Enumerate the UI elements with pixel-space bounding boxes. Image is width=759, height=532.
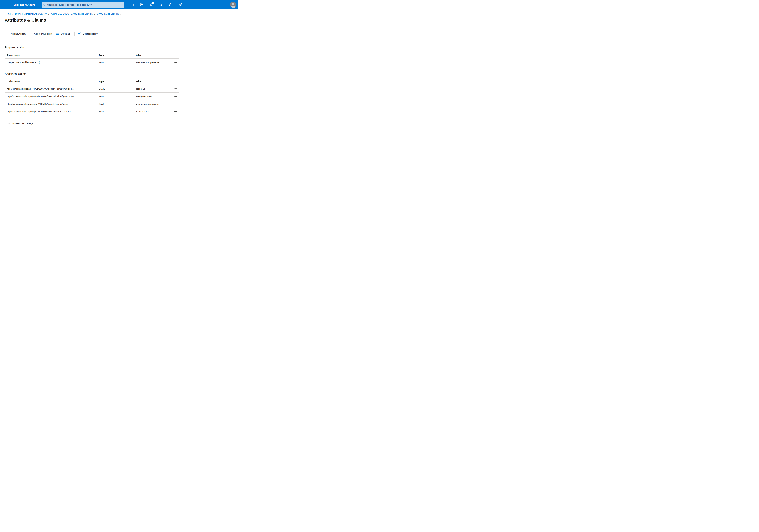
hamburger-menu-button[interactable] xyxy=(2,0,7,9)
help-button[interactable]: ? xyxy=(169,3,173,7)
plus-icon xyxy=(7,32,9,35)
feedback-person-icon xyxy=(78,32,81,35)
search-icon xyxy=(43,4,46,6)
required-claim-table: Claim name Type Value Unique User Identi… xyxy=(5,51,179,66)
search-input[interactable] xyxy=(47,4,123,6)
breadcrumb-saml-based-signon[interactable]: SAML-based Sign-on xyxy=(97,13,119,15)
table-row: http://schemas.xmlsoap.org/ws/2005/05/id… xyxy=(5,108,179,115)
claim-value-cell: user.surname xyxy=(136,110,169,113)
table-row: http://schemas.xmlsoap.org/ws/2005/05/id… xyxy=(5,93,179,100)
row-more-options-button[interactable] xyxy=(174,96,179,97)
table-header-row: Claim name Type Value xyxy=(5,78,179,85)
add-new-claim-label: Add new claim xyxy=(11,32,26,35)
ellipsis-icon xyxy=(174,62,175,63)
column-header-type: Type xyxy=(99,54,136,56)
column-header-type: Type xyxy=(99,80,136,83)
ellipsis-icon xyxy=(174,103,175,104)
chevron-right-icon xyxy=(48,13,49,15)
add-group-claim-button[interactable]: Add a group claim xyxy=(30,32,52,35)
claim-type-cell: SAML xyxy=(99,61,136,63)
claim-type-cell: SAML xyxy=(99,87,136,90)
table-row: http://schemas.xmlsoap.org/ws/2005/05/id… xyxy=(5,100,179,108)
breadcrumb-home[interactable]: Home xyxy=(5,13,11,15)
claim-value-cell: user.userprincipalname [... xyxy=(136,61,169,63)
topbar-icon-cluster: 2 ? xyxy=(130,3,182,7)
claim-name-cell: http://schemas.xmlsoap.org/ws/2005/05/id… xyxy=(5,95,99,98)
feedback-button[interactable] xyxy=(179,3,182,7)
azure-topbar: Microsoft Azure 2 xyxy=(0,0,238,9)
claim-type-cell: SAML xyxy=(99,102,136,105)
cloud-shell-button[interactable] xyxy=(130,3,134,7)
add-group-claim-label: Add a group claim xyxy=(34,32,52,35)
avatar-image xyxy=(230,2,236,8)
claim-type-cell: SAML xyxy=(99,110,136,113)
settings-button[interactable] xyxy=(159,3,163,7)
chevron-down-icon xyxy=(8,123,10,124)
notifications-button[interactable]: 2 xyxy=(149,3,153,7)
column-header-value: Value xyxy=(136,80,169,83)
claim-type-cell: SAML xyxy=(99,95,136,98)
close-blade-button[interactable] xyxy=(229,18,233,22)
cloud-shell-icon xyxy=(130,3,134,6)
breadcrumb-entra-gallery[interactable]: Browse Microsoft Entra Gallery xyxy=(15,13,47,15)
column-header-claim-name: Claim name xyxy=(5,54,99,56)
claim-name-cell: http://schemas.xmlsoap.org/ws/2005/05/id… xyxy=(5,102,99,105)
claim-name-cell: http://schemas.xmlsoap.org/ws/2005/05/id… xyxy=(5,87,99,90)
additional-claims-table: Claim name Type Value http://schemas.xml… xyxy=(5,78,179,115)
chevron-right-icon xyxy=(120,13,121,15)
claim-value-cell: user.givenname xyxy=(136,95,169,98)
add-new-claim-button[interactable]: Add new claim xyxy=(7,32,26,35)
advanced-settings-label: Advanced settings xyxy=(12,122,33,125)
claim-name-cell: http://schemas.xmlsoap.org/ws/2005/05/id… xyxy=(5,110,99,113)
row-more-options-button[interactable] xyxy=(174,103,179,104)
advanced-settings-expander[interactable]: Advanced settings xyxy=(8,122,33,125)
breadcrumb-azure-saml-sso[interactable]: Azure SAML SSO | SAML-based Sign-on xyxy=(51,13,93,15)
global-search-box[interactable] xyxy=(42,2,125,8)
page-header: Attributes & Claims xyxy=(5,18,233,22)
breadcrumb: Home Browse Microsoft Entra Gallery Azur… xyxy=(5,13,238,15)
help-icon: ? xyxy=(169,3,172,7)
claim-value-cell: user.userprincipalname xyxy=(136,102,169,105)
brand-title[interactable]: Microsoft Azure xyxy=(13,3,35,7)
hamburger-menu-icon xyxy=(2,4,5,4)
ellipsis-icon xyxy=(53,20,53,21)
columns-icon xyxy=(56,32,59,35)
title-more-options-button[interactable] xyxy=(53,19,55,21)
settings-gear-icon xyxy=(159,3,162,7)
svg-text:?: ? xyxy=(170,4,171,6)
chevron-right-icon xyxy=(94,13,95,15)
ellipsis-icon xyxy=(174,96,175,97)
notification-badge: 2 xyxy=(152,2,154,4)
additional-claims-heading: Additional claims xyxy=(5,72,238,76)
chevron-right-icon xyxy=(13,13,14,15)
command-toolbar: Add new claim Add a group claim Columns … xyxy=(5,31,233,38)
avatar[interactable] xyxy=(230,2,236,8)
table-row: http://schemas.xmlsoap.org/ws/2005/05/id… xyxy=(5,85,179,93)
person-arrow-icon xyxy=(179,3,182,7)
table-header-row: Claim name Type Value xyxy=(5,51,179,59)
row-more-options-button[interactable] xyxy=(174,88,179,89)
plus-icon xyxy=(30,32,32,35)
row-more-options-button[interactable] xyxy=(174,62,179,63)
column-header-claim-name: Claim name xyxy=(5,80,99,83)
got-feedback-button[interactable]: Got feedback? xyxy=(78,32,98,35)
directory-filter-icon xyxy=(140,3,143,7)
directory-filter-button[interactable] xyxy=(140,3,143,7)
column-header-value: Value xyxy=(136,54,169,56)
table-row: Unique User Identifier (Name ID) SAML us… xyxy=(5,59,179,66)
required-claim-heading: Required claim xyxy=(5,46,238,49)
close-icon xyxy=(230,19,233,21)
got-feedback-label: Got feedback? xyxy=(83,32,98,35)
ellipsis-icon xyxy=(174,88,175,89)
row-more-options-button[interactable] xyxy=(174,111,179,112)
columns-button[interactable]: Columns xyxy=(56,32,70,35)
page-title: Attributes & Claims xyxy=(5,18,46,22)
claim-name-cell: Unique User Identifier (Name ID) xyxy=(5,61,99,63)
claim-value-cell: user.mail xyxy=(136,87,169,90)
columns-label: Columns xyxy=(61,32,70,35)
ellipsis-icon xyxy=(174,111,175,112)
